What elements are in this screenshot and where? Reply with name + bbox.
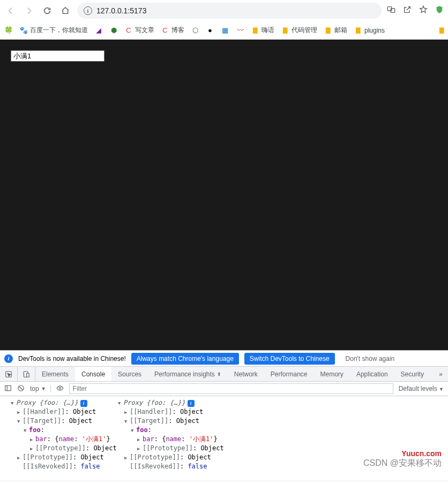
filter-input[interactable]: [69, 383, 393, 394]
back-button[interactable]: [4, 4, 17, 17]
bookmark-item[interactable]: ⬢: [109, 26, 118, 35]
bookmark-item[interactable]: 🐾百度一下，你就知道: [19, 26, 88, 35]
more-tabs-icon[interactable]: »: [434, 370, 448, 378]
sidebar-toggle-icon[interactable]: [4, 384, 12, 394]
devtools-tabs: ElementsConsoleSourcesPerformance insigh…: [0, 366, 448, 381]
clear-console-icon[interactable]: [17, 384, 25, 394]
tab-sources[interactable]: Sources: [111, 367, 148, 381]
eye-icon[interactable]: [56, 384, 64, 394]
star-icon[interactable]: [419, 5, 428, 16]
bookmarks-bar: 🍀🐾百度一下，你就知道◢⬢C写文章C博客⬡●▦〰▇嗨语▇代码管理▇邮箱▇plug…: [0, 21, 448, 40]
bookmarks-overflow[interactable]: ▇: [439, 27, 444, 34]
tab-console[interactable]: Console: [75, 367, 111, 381]
share-icon[interactable]: [403, 5, 412, 16]
tab-security[interactable]: Security: [394, 367, 430, 381]
tab-performance-insights[interactable]: Performance insights⬆: [148, 367, 228, 381]
bookmark-item[interactable]: C写文章: [124, 26, 154, 35]
bookmark-item[interactable]: ▇plugins: [354, 26, 385, 35]
tab-memory[interactable]: Memory: [314, 367, 350, 381]
page-text-input[interactable]: [11, 50, 104, 62]
console-output: ▼Proxy {foo: {…}}i▶[[Handler]]: Object▼[…: [0, 396, 448, 481]
page-content: [0, 40, 448, 350]
svg-rect-5: [5, 385, 11, 390]
dismiss-button[interactable]: Don't show again: [340, 353, 400, 365]
bookmark-item[interactable]: C博客: [161, 26, 184, 35]
devtools-language-banner: i DevTools is now available in Chinese! …: [0, 350, 448, 366]
address-bar[interactable]: i: [77, 3, 382, 19]
tab-performance[interactable]: Performance: [264, 367, 314, 381]
shield-icon[interactable]: [435, 5, 444, 16]
bookmark-item[interactable]: ▇嗨语: [251, 26, 274, 35]
bookmark-item[interactable]: ◢: [94, 26, 103, 35]
match-language-button[interactable]: Always match Chrome's language: [131, 353, 239, 365]
home-button[interactable]: [59, 4, 72, 17]
bookmark-item[interactable]: ▇代码管理: [281, 26, 317, 35]
bookmark-item[interactable]: ⬡: [191, 26, 199, 35]
tab-network[interactable]: Network: [228, 367, 264, 381]
translate-icon[interactable]: [387, 5, 395, 16]
inspect-icon[interactable]: [0, 367, 18, 381]
tab-application[interactable]: Application: [350, 367, 394, 381]
tab-elements[interactable]: Elements: [35, 367, 75, 381]
bookmark-item[interactable]: ▇邮箱: [324, 26, 347, 35]
svg-point-9: [59, 387, 61, 389]
svg-rect-4: [27, 373, 29, 377]
console-prompt[interactable]: ›: [0, 481, 448, 484]
forward-button[interactable]: [23, 4, 35, 17]
reload-button[interactable]: [41, 4, 54, 17]
info-icon: i: [4, 354, 13, 363]
site-info-icon[interactable]: i: [84, 6, 92, 15]
bookmark-item[interactable]: 〰: [236, 26, 244, 35]
context-selector[interactable]: top ▼: [30, 385, 51, 392]
bookmark-item[interactable]: 🍀: [4, 26, 13, 35]
device-icon[interactable]: [18, 367, 35, 381]
bookmark-item[interactable]: ▦: [221, 26, 229, 35]
banner-text: DevTools is now available in Chinese!: [18, 355, 126, 362]
url-input[interactable]: [96, 6, 375, 15]
console-toolbar: top ▼ Default levels ▼: [0, 381, 448, 396]
switch-chinese-button[interactable]: Switch DevTools to Chinese: [244, 353, 335, 365]
bookmark-item[interactable]: ●: [206, 26, 214, 35]
svg-line-8: [19, 386, 23, 390]
browser-toolbar: i: [0, 0, 448, 21]
levels-selector[interactable]: Default levels ▼: [399, 385, 444, 392]
